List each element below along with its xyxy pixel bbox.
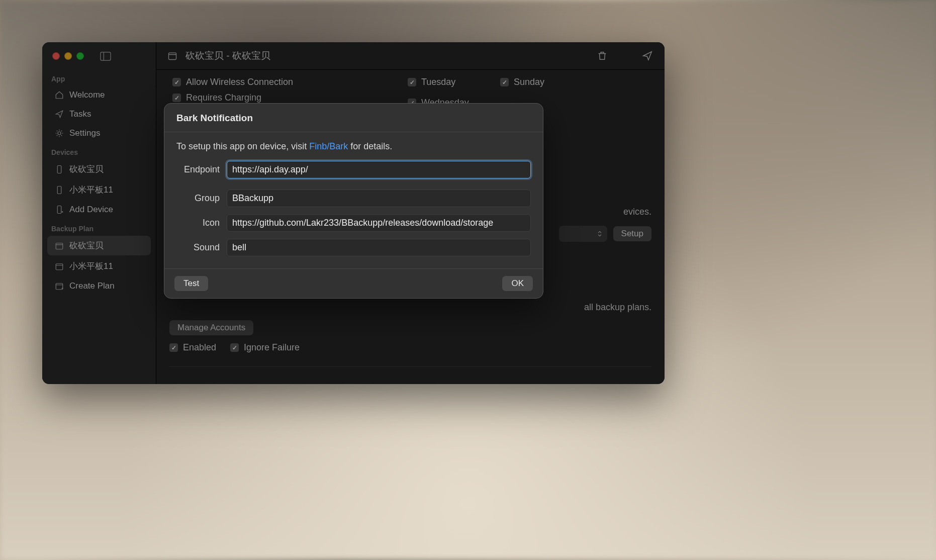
allow-wireless-checkbox[interactable] <box>172 78 181 86</box>
calendar-plus-icon <box>54 281 64 291</box>
sound-label: Sound <box>176 242 220 253</box>
calendar-icon <box>54 261 64 271</box>
plans-hint-partial: all backup plans. <box>584 302 651 313</box>
gear-icon <box>54 128 64 138</box>
sidebar-item-create-plan[interactable]: Create Plan <box>47 277 151 295</box>
sidebar-item-label: Tasks <box>69 109 91 119</box>
sidebar-item-plan-1[interactable]: 砍砍宝贝 <box>47 236 151 255</box>
group-label: Group <box>176 193 220 204</box>
tuesday-label: Tuesday <box>421 77 455 87</box>
icon-input[interactable] <box>227 214 531 232</box>
endpoint-input[interactable] <box>227 161 531 178</box>
svg-rect-3 <box>57 165 61 173</box>
phone-icon <box>54 185 64 195</box>
sidebar-item-device-2[interactable]: 小米平板11 <box>47 180 151 200</box>
delete-button[interactable] <box>596 50 608 62</box>
group-field-row: Group <box>176 190 531 207</box>
endpoint-field-row: Endpoint <box>176 161 531 178</box>
svg-rect-0 <box>101 52 111 60</box>
calendar-icon <box>167 51 177 61</box>
sidebar-item-label: Settings <box>69 128 100 138</box>
sunday-label: Sunday <box>514 77 544 87</box>
sidebar-section-devices: Devices <box>42 143 156 158</box>
toolbar: 砍砍宝贝 - 砍砍宝贝 <box>156 42 665 70</box>
sunday-checkbox[interactable] <box>500 78 509 86</box>
endpoint-label: Endpoint <box>176 164 220 175</box>
sidebar-item-label: Add Device <box>69 205 113 215</box>
tuesday-checkbox[interactable] <box>408 78 416 86</box>
svg-rect-10 <box>56 263 63 269</box>
setup-button[interactable]: Setup <box>613 226 651 241</box>
group-input[interactable] <box>227 190 531 207</box>
finb-bark-link[interactable]: Finb/Bark <box>309 141 348 151</box>
select-dropdown[interactable] <box>559 226 607 242</box>
dialog-title: Bark Notification <box>164 104 543 132</box>
sidebar-item-label: Create Plan <box>69 281 115 291</box>
dialog-description: To setup this app on device, visit Finb/… <box>176 141 531 152</box>
svg-rect-4 <box>57 186 61 194</box>
enabled-label: Enabled <box>183 342 216 353</box>
ignore-failure-checkbox[interactable] <box>230 343 239 352</box>
sidebar-item-label: Welcome <box>69 90 105 100</box>
window-controls <box>52 52 84 60</box>
titlebar <box>42 42 156 70</box>
dialog-desc-prefix: To setup this app on device, visit <box>176 141 309 151</box>
ok-button[interactable]: OK <box>502 276 533 291</box>
test-button[interactable]: Test <box>174 276 208 291</box>
sidebar-item-welcome[interactable]: Welcome <box>47 86 151 104</box>
sidebar-section-backup-plan: Backup Plan <box>42 220 156 235</box>
sidebar-item-device-1[interactable]: 砍砍宝贝 <box>47 159 151 179</box>
enabled-checkbox[interactable] <box>169 343 178 352</box>
add-device-icon <box>54 205 64 215</box>
paper-plane-icon <box>54 109 64 119</box>
svg-rect-5 <box>57 206 61 214</box>
sidebar-item-label: 小米平板11 <box>69 184 113 196</box>
sidebar-item-label: 砍砍宝贝 <box>69 240 104 251</box>
ignore-failure-label: Ignore Failure <box>244 342 300 353</box>
requires-charging-checkbox[interactable] <box>172 94 181 102</box>
sidebar: App Welcome Tasks Settings Devices 砍砍宝贝 … <box>42 42 156 384</box>
icon-field-row: Icon <box>176 214 531 232</box>
phone-icon <box>54 164 64 174</box>
devices-hint-partial: evices. <box>623 207 651 217</box>
sidebar-item-label: 砍砍宝贝 <box>69 163 104 175</box>
dialog-desc-suffix: for details. <box>348 141 392 151</box>
fullscreen-window-button[interactable] <box>76 52 84 60</box>
send-button[interactable] <box>641 50 653 62</box>
sound-field-row: Sound <box>176 239 531 256</box>
svg-rect-16 <box>169 53 176 59</box>
close-window-button[interactable] <box>52 52 60 60</box>
sidebar-item-add-device[interactable]: Add Device <box>47 201 151 219</box>
sound-input[interactable] <box>227 239 531 256</box>
sidebar-item-tasks[interactable]: Tasks <box>47 105 151 123</box>
requires-charging-label: Requires Charging <box>186 92 261 103</box>
calendar-icon <box>54 241 64 251</box>
sidebar-item-plan-2[interactable]: 小米平板11 <box>47 256 151 276</box>
icon-label: Icon <box>176 218 220 228</box>
manage-accounts-button[interactable]: Manage Accounts <box>169 320 253 335</box>
page-title: 砍砍宝贝 - 砍砍宝贝 <box>185 49 270 62</box>
svg-rect-8 <box>56 243 63 249</box>
sidebar-section-app: App <box>42 70 156 85</box>
home-icon <box>54 90 64 100</box>
bark-notification-dialog: Bark Notification To setup this app on d… <box>164 103 543 299</box>
divider <box>169 366 651 367</box>
sidebar-toggle-icon[interactable] <box>100 51 111 61</box>
sidebar-item-label: 小米平板11 <box>69 260 113 272</box>
minimize-window-button[interactable] <box>64 52 72 60</box>
sidebar-item-settings[interactable]: Settings <box>47 124 151 142</box>
allow-wireless-label: Allow Wireless Connection <box>186 77 293 87</box>
svg-point-2 <box>58 132 61 135</box>
